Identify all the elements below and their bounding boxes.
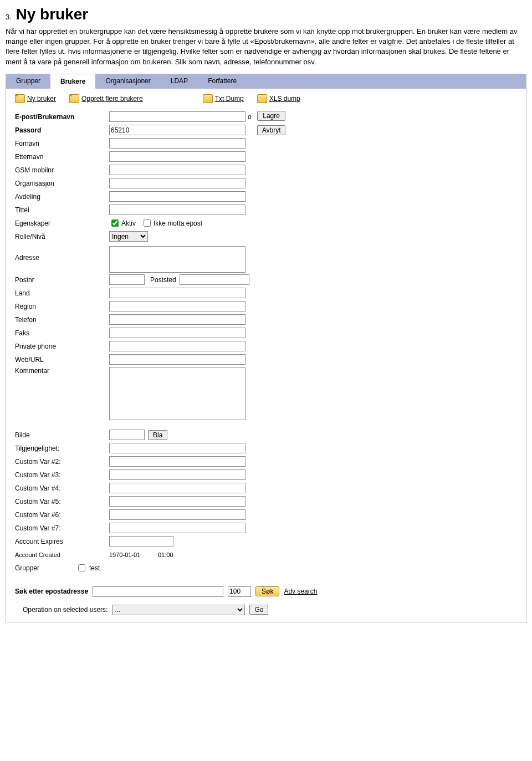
lagre-button[interactable]: Lagre bbox=[257, 111, 286, 121]
created-time: 01:00 bbox=[158, 551, 173, 558]
aktiv-checkbox[interactable] bbox=[111, 219, 119, 227]
ops-select[interactable]: ... bbox=[112, 605, 245, 615]
etternavn-input[interactable] bbox=[109, 151, 245, 162]
cv7-input[interactable] bbox=[109, 523, 245, 533]
fornavn-input[interactable] bbox=[109, 138, 245, 149]
search-label: Søk etter epostadresse bbox=[15, 588, 88, 595]
cv6-input[interactable] bbox=[109, 509, 245, 520]
intro-text: Når vi har opprettet en brukergruppe kan… bbox=[6, 27, 526, 67]
weburl-input[interactable] bbox=[109, 354, 245, 365]
region-input[interactable] bbox=[109, 301, 245, 311]
label-gsm: GSM mobilnr bbox=[15, 166, 109, 174]
label-grupper: Grupper bbox=[15, 564, 76, 572]
organisasjon-input[interactable] bbox=[109, 178, 245, 188]
avdeling-input[interactable] bbox=[109, 191, 245, 202]
label-egenskaper: Egenskaper bbox=[15, 219, 109, 227]
search-limit-input[interactable] bbox=[228, 586, 251, 597]
label-etternavn: Etternavn bbox=[15, 153, 109, 161]
rolle-select[interactable]: Ingen bbox=[109, 231, 148, 242]
tilgj-input[interactable] bbox=[109, 443, 245, 453]
bla-button[interactable]: Bla bbox=[148, 430, 167, 440]
label-avdeling: Avdeling bbox=[15, 193, 109, 201]
label-poststed: Poststed bbox=[150, 276, 176, 284]
app-panel: Grupper Brukere Organisasjoner LDAP Forf… bbox=[6, 74, 526, 622]
label-tilgj: Tilgjengelighet: bbox=[15, 445, 109, 452]
ny-bruker-link[interactable]: Ny bruker bbox=[15, 94, 56, 103]
txt-dump-label: Txt Dump bbox=[215, 95, 244, 103]
ikke-motta-label: Ikke motta epost bbox=[154, 219, 202, 227]
intro-number: 3. bbox=[6, 13, 12, 21]
form-area: E-post/Brukernavn o Passord Fornavn Ette… bbox=[6, 109, 526, 582]
label-cv3: Custom Var #3: bbox=[15, 471, 109, 479]
folder-icon bbox=[257, 94, 267, 103]
faks-input[interactable] bbox=[109, 328, 245, 338]
toolbar: Ny bruker Opprett flere brukere Txt Dump… bbox=[6, 89, 526, 109]
label-weburl: Web/URL bbox=[15, 356, 109, 364]
label-fornavn: Fornavn bbox=[15, 140, 109, 147]
go-button[interactable]: Go bbox=[249, 605, 268, 615]
tittel-input[interactable] bbox=[109, 205, 245, 215]
folder-icon bbox=[203, 94, 213, 103]
acc-exp-input[interactable] bbox=[109, 536, 173, 547]
gruppe-test-label: test bbox=[89, 564, 100, 572]
label-cv7: Custom Var #7: bbox=[15, 524, 109, 532]
label-cv6: Custom Var #6: bbox=[15, 511, 109, 519]
adv-search-link[interactable]: Adv search bbox=[284, 588, 317, 595]
txt-dump-link[interactable]: Txt Dump bbox=[203, 94, 244, 103]
avbryt-button[interactable]: Avbryt bbox=[257, 125, 286, 135]
opprett-flere-label: Opprett flere brukere bbox=[81, 95, 143, 103]
tab-grupper[interactable]: Grupper bbox=[6, 74, 50, 89]
search-button[interactable]: Søk bbox=[255, 586, 279, 596]
label-faks: Faks bbox=[15, 329, 109, 337]
action-col: Lagre Avbryt bbox=[257, 111, 286, 135]
label-cv4: Custom Var #4: bbox=[15, 484, 109, 492]
bilde-input[interactable] bbox=[109, 430, 145, 440]
cv5-input[interactable] bbox=[109, 496, 245, 507]
label-privphone: Private phone bbox=[15, 343, 109, 350]
telefon-input[interactable] bbox=[109, 314, 245, 325]
xls-dump-label: XLS dump bbox=[269, 95, 300, 103]
gruppe-test-checkbox[interactable] bbox=[78, 564, 85, 571]
ops-label: Operation on selected users: bbox=[23, 606, 108, 614]
label-adresse: Adresse bbox=[15, 246, 109, 262]
postnr-input[interactable] bbox=[109, 274, 145, 285]
kommentar-textarea[interactable] bbox=[109, 367, 245, 420]
intro-title: Ny bruker bbox=[16, 6, 88, 23]
adresse-textarea[interactable] bbox=[109, 246, 245, 273]
label-tittel: Tittel bbox=[15, 206, 109, 214]
created-date: 1970-01-01 bbox=[109, 551, 158, 558]
tab-organisasjoner[interactable]: Organisasjoner bbox=[95, 74, 160, 89]
intro-block: 3. Ny bruker Når vi har opprettet en bru… bbox=[6, 6, 526, 67]
poststed-input[interactable] bbox=[180, 274, 249, 285]
label-bilde: Bilde bbox=[15, 431, 109, 439]
label-land: Land bbox=[15, 289, 109, 297]
label-acc-exp: Account Expires bbox=[15, 538, 109, 545]
ikke-motta-checkbox[interactable] bbox=[144, 219, 151, 227]
ops-row: Operation on selected users: ... Go bbox=[6, 601, 526, 622]
epost-input[interactable] bbox=[109, 111, 245, 122]
label-cv2: Custom Var #2: bbox=[15, 458, 109, 466]
privphone-input[interactable] bbox=[109, 341, 245, 351]
gsm-input[interactable] bbox=[109, 165, 245, 175]
tab-forfattere[interactable]: Forfattere bbox=[198, 74, 247, 89]
label-kommentar: Kommentar bbox=[15, 367, 109, 375]
folder-star-icon bbox=[69, 94, 79, 103]
tab-brukere[interactable]: Brukere bbox=[50, 74, 95, 89]
land-input[interactable] bbox=[109, 288, 245, 298]
passord-input[interactable] bbox=[109, 125, 245, 135]
cv4-input[interactable] bbox=[109, 483, 245, 493]
label-postnr: Postnr bbox=[15, 276, 109, 284]
search-row: Søk etter epostadresse Søk Adv search bbox=[6, 582, 526, 601]
label-passord: Passord bbox=[15, 126, 109, 134]
aktiv-label: Aktiv bbox=[121, 219, 136, 227]
opprett-flere-link[interactable]: Opprett flere brukere bbox=[69, 94, 143, 103]
cv2-input[interactable] bbox=[109, 456, 245, 467]
tab-ldap[interactable]: LDAP bbox=[161, 74, 198, 89]
search-input[interactable] bbox=[93, 586, 223, 597]
label-organisasjon: Organisasjon bbox=[15, 180, 109, 187]
cv3-input[interactable] bbox=[109, 469, 245, 480]
xls-dump-link[interactable]: XLS dump bbox=[257, 94, 300, 103]
label-rolle: Rolle/Nivå bbox=[15, 233, 109, 241]
folder-star-icon bbox=[15, 94, 25, 103]
label-region: Region bbox=[15, 303, 109, 310]
